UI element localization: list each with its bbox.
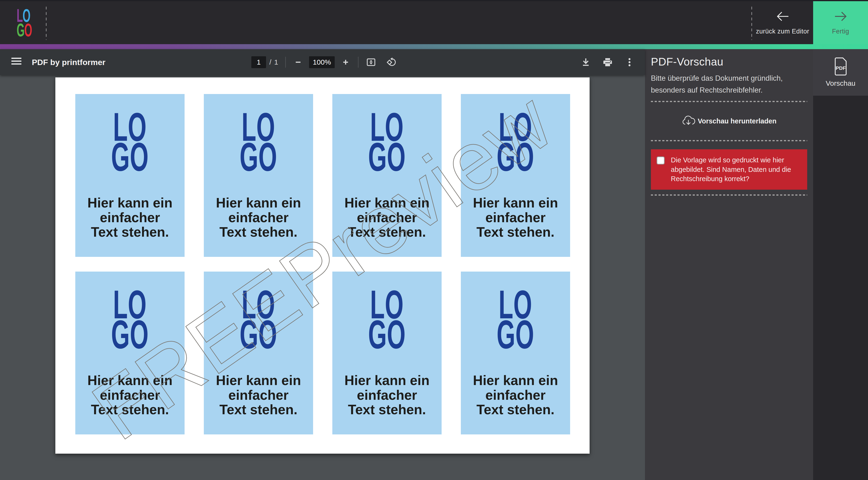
top-bar: LO GO zurück zum Editor Fertig (0, 0, 868, 44)
zoom-in-icon[interactable] (340, 57, 351, 67)
pdf-toolbar: PDF by printformer 1 / 1 100% (0, 49, 645, 75)
pdf-viewer: PDF by printformer 1 / 1 100% (0, 49, 645, 480)
zoom-out-icon[interactable] (293, 57, 303, 67)
download-preview-button[interactable]: Vorschau herunterladen (651, 115, 807, 128)
card-text: Hier kann eineinfacherText stehen. (75, 373, 185, 417)
card-text: Hier kann eineinfacherText stehen. (332, 373, 442, 417)
dotted-divider (651, 101, 807, 102)
back-to-editor-button[interactable]: zurück zum Editor (752, 1, 813, 44)
arrow-right-icon (834, 10, 847, 23)
printformer-app: LO GO zurück zum Editor Fertig (0, 0, 868, 480)
zoom-level-value: 100% (309, 56, 335, 68)
page-number-input[interactable]: 1 (251, 56, 266, 68)
page-separator: / (269, 58, 271, 66)
card-logo: LOGO (332, 290, 442, 349)
print-card: LOGO Hier kann eineinfacherText stehen. (75, 271, 185, 435)
brand-letter: O (24, 20, 32, 40)
divider-dashed (46, 7, 46, 40)
dotted-divider (651, 194, 807, 196)
svg-text:PDF: PDF (836, 65, 846, 71)
card-logo: LOGO (461, 290, 570, 349)
arrow-left-icon (776, 10, 789, 23)
card-text: Hier kann eineinfacherText stehen. (332, 196, 442, 239)
finish-label: Fertig (832, 28, 849, 35)
download-icon[interactable] (580, 57, 591, 68)
pdf-file-icon: PDF (833, 58, 848, 76)
toolbar-divider (358, 57, 359, 68)
card-logo: LOGO (332, 112, 442, 172)
tab-vorschau-label: Vorschau (826, 79, 856, 87)
toolbar-center-controls: 1 / 1 100% (251, 49, 397, 75)
brand-letter: G (17, 20, 24, 40)
card-text: Hier kann eineinfacherText stehen. (204, 373, 313, 417)
dotted-divider (651, 140, 807, 141)
confirmation-alert-text: Die Vorlage wird so gedruckt wie hier ab… (671, 156, 793, 183)
print-card: LOGO Hier kann eineinfacherText stehen. (461, 271, 570, 435)
card-logo: LOGO (204, 290, 313, 349)
pdf-page: LOGO Hier kann eineinfacherText stehen. … (55, 77, 590, 454)
print-card: LOGO Hier kann eineinfacherText stehen. (332, 94, 442, 257)
print-icon[interactable] (602, 57, 613, 68)
card-logo: LOGO (75, 112, 185, 172)
card-logo: LOGO (461, 112, 570, 172)
toolbar-right-controls (580, 49, 635, 75)
print-card: LOGO Hier kann eineinfacherText stehen. (204, 94, 313, 257)
accent-gradient-bar (0, 44, 868, 49)
menu-icon[interactable] (11, 57, 21, 67)
toolbar-divider (285, 57, 286, 68)
right-rail: PDF Vorschau (813, 49, 868, 480)
page-total: 1 (274, 58, 278, 66)
more-vertical-icon[interactable] (624, 57, 635, 68)
preview-sidebar: PDF-Vorschau Bitte überprüfe das Dokumen… (645, 49, 813, 480)
card-logo: LOGO (204, 112, 313, 172)
rotate-icon[interactable] (385, 57, 397, 68)
fit-page-icon[interactable] (366, 57, 376, 68)
card-text: Hier kann eineinfacherText stehen. (461, 373, 570, 417)
confirmation-alert: Die Vorlage wird so gedruckt wie hier ab… (651, 149, 807, 189)
print-card: LOGO Hier kann eineinfacherText stehen. (332, 271, 442, 435)
tab-vorschau[interactable]: PDF Vorschau (813, 49, 868, 96)
card-text: Hier kann eineinfacherText stehen. (204, 196, 313, 239)
card-text: Hier kann eineinfacherText stehen. (75, 196, 185, 239)
sidebar-title: PDF-Vorschau (651, 55, 807, 68)
print-card: LOGO Hier kann eineinfacherText stehen. (461, 94, 570, 257)
back-to-editor-label: zurück zum Editor (756, 28, 809, 35)
download-preview-label: Vorschau herunterladen (698, 117, 776, 125)
card-grid: LOGO Hier kann eineinfacherText stehen. … (55, 77, 590, 454)
card-logo: LOGO (75, 290, 185, 349)
print-card: LOGO Hier kann eineinfacherText stehen. (75, 94, 185, 257)
finish-button[interactable]: Fertig (813, 1, 868, 44)
document-canvas: LOGO Hier kann eineinfacherText stehen. … (0, 75, 645, 480)
card-text: Hier kann eineinfacherText stehen. (461, 196, 570, 239)
cloud-download-icon (682, 115, 695, 127)
print-card: LOGO Hier kann eineinfacherText stehen. (204, 271, 313, 435)
confirm-checkbox[interactable] (657, 156, 665, 164)
sidebar-subtitle: Bitte überprüfe das Dokument gründlich, … (651, 72, 807, 96)
brand-logo: LO GO (17, 8, 44, 37)
pdf-title: PDF by printformer (32, 58, 105, 67)
